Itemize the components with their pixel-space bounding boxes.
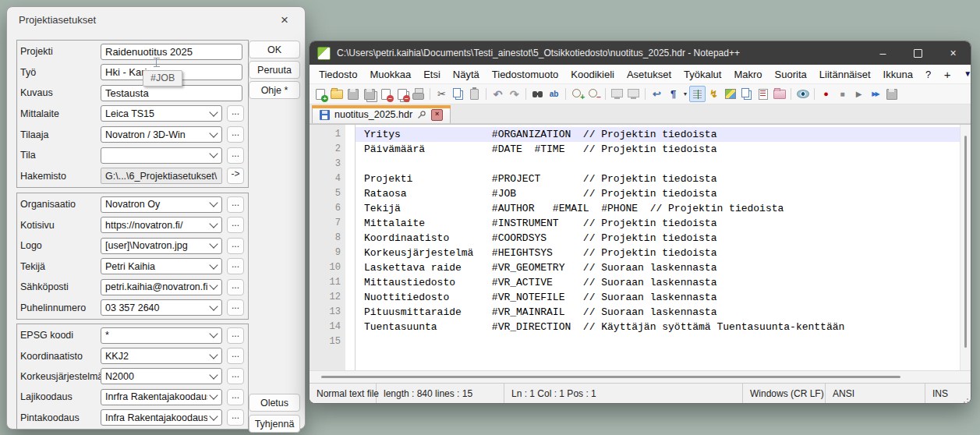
open-file-icon[interactable] (328, 86, 345, 102)
copy-icon[interactable] (450, 86, 466, 102)
text-editor[interactable]: 1 Yritys #ORGANIZATION // Projektin tied… (310, 124, 971, 370)
resize-grip-icon[interactable] (961, 384, 971, 403)
browse-button[interactable]: ... (227, 147, 244, 164)
toolbar-separator[interactable] (483, 86, 490, 102)
menu-item[interactable]: Tiedosto (313, 65, 363, 83)
dialog-close-icon[interactable]: × (276, 13, 293, 27)
word-wrap-icon[interactable]: ↩ (649, 86, 665, 102)
vertical-scrollbar[interactable] (960, 125, 971, 370)
menu-item[interactable]: Tiedostomuoto (486, 65, 565, 83)
print-icon[interactable] (410, 86, 426, 102)
horizontal-scrollbar-thumb[interactable] (321, 376, 900, 378)
menu-item[interactable]: Liitännäiset (813, 65, 877, 83)
field-combobox[interactable]: KKJ2 (101, 348, 222, 364)
menu-item[interactable]: Työkalut (678, 65, 727, 83)
toolbar-separator[interactable] (426, 86, 433, 102)
pin-icon[interactable] (417, 110, 426, 119)
document-map-icon[interactable] (722, 86, 738, 102)
save-macro-icon[interactable] (883, 86, 900, 102)
window-titlebar[interactable]: C:\Users\petri.kaihia\Documents\Testi_ai… (310, 41, 971, 65)
close-file-icon[interactable] (377, 86, 394, 102)
projekti-input[interactable] (101, 44, 242, 60)
menu-item[interactable]: Asetukset (621, 65, 678, 83)
toolbar-separator[interactable] (811, 86, 818, 102)
browse-button[interactable]: ... (227, 105, 244, 122)
browse-button[interactable]: ... (227, 196, 244, 213)
new-tab-button[interactable]: + (937, 69, 957, 80)
browse-button[interactable]: ... (227, 126, 244, 143)
toolbar-separator[interactable] (522, 86, 529, 102)
menu-item[interactable]: Näytä (447, 65, 486, 83)
tab-list-button[interactable]: ▼ (957, 70, 971, 78)
save-icon[interactable] (345, 86, 361, 102)
find-icon[interactable] (529, 86, 546, 102)
record-macro-icon[interactable]: ● (818, 86, 834, 102)
browse-button[interactable]: ... (227, 389, 244, 405)
tab-close-icon[interactable]: × (431, 109, 443, 121)
zoom-in-icon[interactable] (569, 86, 586, 102)
browse-button[interactable]: ... (227, 348, 244, 364)
browse-button[interactable]: ... (227, 217, 244, 233)
browse-button[interactable]: ... (227, 368, 244, 384)
document-list-icon[interactable] (738, 86, 755, 102)
zoom-out-icon[interactable] (586, 86, 602, 102)
field-combobox[interactable]: https://novatron.fi/ (101, 217, 222, 233)
tab-nuotitus-2025[interactable]: nuotitus_2025.hdr × (312, 105, 451, 123)
sync-vertical-icon[interactable] (609, 86, 625, 102)
field-combobox[interactable]: Infra Rakentajakoodaus (101, 409, 222, 426)
play-macro-icon[interactable]: ▶ (851, 86, 867, 102)
field-combobox[interactable]: Novatron Oy (101, 196, 222, 213)
browse-button[interactable]: ... (227, 258, 244, 274)
menu-item[interactable]: Suorita (769, 65, 813, 83)
field-combobox[interactable]: 03 357 2640 (101, 299, 222, 316)
minimize-button[interactable]: – (865, 41, 900, 65)
browse-button[interactable]: ... (227, 327, 244, 344)
field-combobox[interactable]: N2000 (101, 368, 222, 384)
menu-item[interactable]: Etsi (417, 65, 447, 83)
menu-item[interactable]: Ikkuna (877, 65, 919, 83)
close-all-icon[interactable] (394, 86, 410, 102)
function-list-icon[interactable] (755, 86, 771, 102)
vertical-scrollbar-thumb[interactable] (964, 136, 967, 348)
replace-icon[interactable]: ab (546, 86, 562, 102)
dialog-titlebar[interactable]: Projektiasetukset × (7, 7, 305, 33)
field-combobox[interactable]: Inrfra Rakentajakoodaus (101, 389, 222, 405)
browse-button[interactable]: ... (227, 409, 244, 426)
default-button[interactable]: Oletus (249, 394, 300, 412)
ok-button[interactable]: OK (249, 41, 300, 58)
save-all-icon[interactable] (361, 86, 377, 102)
redo-icon[interactable]: ↷ (506, 86, 522, 102)
open-directory-button[interactable]: -> (227, 168, 244, 184)
field-combobox[interactable]: [user]\Novatron.jpg (101, 238, 222, 254)
run-macro-multiple-icon[interactable]: ▶▶ (867, 86, 883, 102)
clear-button[interactable]: Tyhjennä (249, 415, 300, 433)
field-combobox[interactable]: * (101, 327, 222, 344)
help-button[interactable]: Ohje * (249, 81, 300, 99)
indent-guide-icon[interactable] (689, 86, 706, 102)
monitoring-icon[interactable] (794, 86, 811, 102)
close-button[interactable]: × (936, 41, 971, 65)
tilaaja-combobox[interactable]: Novatron / 3D-Win (101, 126, 222, 143)
folder-as-workspace-icon[interactable] (771, 86, 787, 102)
toolbar-separator[interactable] (602, 86, 609, 102)
menu-item[interactable]: ? (919, 65, 937, 83)
paste-icon[interactable] (466, 86, 483, 102)
kuvaus-input[interactable] (101, 85, 242, 101)
toolbar-separator[interactable] (642, 86, 649, 102)
toolbar-separator[interactable] (562, 86, 569, 102)
mittalaite-combobox[interactable]: Leica TS15 (101, 105, 222, 122)
browse-button[interactable]: ... (227, 238, 244, 254)
menu-item[interactable]: Koodikieli (564, 65, 621, 83)
menu-item[interactable]: Makro (727, 65, 768, 83)
undo-icon[interactable]: ↶ (490, 86, 506, 102)
sync-horizontal-icon[interactable] (625, 86, 642, 102)
new-file-icon[interactable] (312, 86, 328, 102)
horizontal-scrollbar[interactable] (310, 370, 971, 383)
browse-button[interactable]: ... (227, 279, 244, 295)
tila-combobox[interactable] (101, 147, 222, 164)
menu-item[interactable]: Muokkaa (363, 65, 417, 83)
stop-macro-icon[interactable]: ■ (834, 86, 851, 102)
show-all-characters-icon[interactable]: ¶ (665, 86, 681, 102)
field-combobox[interactable]: petri.kaihia@novatron.fi (101, 279, 222, 295)
user-define-dialog-icon[interactable]: ↯ (706, 86, 722, 102)
